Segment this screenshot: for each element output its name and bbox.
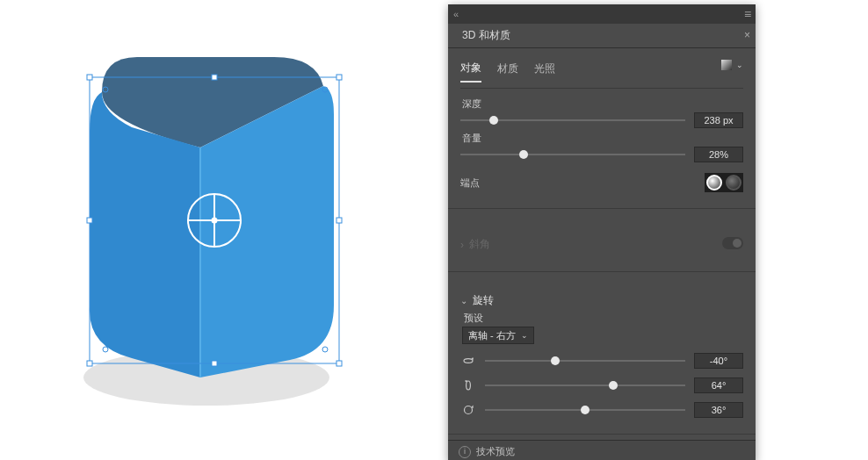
panel-close-icon[interactable]: × xyxy=(744,29,750,41)
rotate-x-value-input[interactable]: -40° xyxy=(694,353,743,369)
panel-title-row: 3D 和材质 × xyxy=(448,24,756,48)
rotate-x-slider[interactable] xyxy=(485,355,685,367)
svg-rect-7 xyxy=(212,361,217,366)
rotation-preset-dropdown[interactable]: 离轴 - 右方 ⌄ xyxy=(462,327,534,344)
bevel-label: 斜角 xyxy=(469,237,490,252)
info-icon[interactable]: i xyxy=(459,446,471,458)
chevron-down-icon: ⌄ xyxy=(460,296,467,305)
svg-rect-17 xyxy=(721,60,732,70)
footer-text: 技术预览 xyxy=(476,445,515,458)
rotation-preset-value: 离轴 - 右方 xyxy=(468,329,516,342)
gradient-icon xyxy=(720,59,733,71)
rotate-z-icon xyxy=(460,402,476,418)
rotation-gizmo[interactable] xyxy=(188,194,241,247)
rotation-group-header[interactable]: ⌄ 旋转 xyxy=(460,286,743,312)
svg-rect-6 xyxy=(87,361,92,366)
svg-rect-8 xyxy=(336,361,342,366)
bevel-toggle[interactable] xyxy=(722,237,743,249)
divider xyxy=(448,271,756,272)
divider xyxy=(448,434,756,435)
panel-title: 3D 和材质 xyxy=(453,23,519,48)
rotate-y-slider[interactable] xyxy=(485,379,685,392)
panel-subtabs: 对象 材质 光照 ⌄ xyxy=(460,54,743,89)
volume-label: 音量 xyxy=(460,132,743,145)
preset-label: 预设 xyxy=(462,312,743,325)
tab-material[interactable]: 材质 xyxy=(497,61,518,82)
endpoint-label: 端点 xyxy=(460,176,480,190)
endpoint-cap-option-a[interactable] xyxy=(706,175,722,190)
depth-value-input[interactable]: 238 px xyxy=(694,112,743,128)
bevel-group-header[interactable]: 斜角 xyxy=(460,230,490,255)
chevron-down-icon: ⌄ xyxy=(521,331,528,340)
divider xyxy=(448,208,756,209)
svg-rect-5 xyxy=(336,218,342,223)
rotate-z-slider[interactable] xyxy=(485,404,685,416)
svg-point-9 xyxy=(103,347,108,352)
tab-lighting[interactable]: 光照 xyxy=(534,61,555,82)
svg-rect-1 xyxy=(87,75,92,80)
tab-object[interactable]: 对象 xyxy=(460,61,481,83)
svg-rect-2 xyxy=(212,75,217,80)
svg-point-16 xyxy=(212,218,218,224)
rotate-y-value-input[interactable]: 64° xyxy=(694,377,743,393)
panel-header-bar: « ≡ xyxy=(448,4,756,24)
svg-point-18 xyxy=(464,359,473,363)
chevron-right-icon xyxy=(460,239,464,251)
rotation-label: 旋转 xyxy=(473,293,494,308)
svg-rect-4 xyxy=(87,218,92,223)
tab-options-icon[interactable]: ⌄ xyxy=(720,59,743,71)
svg-point-20 xyxy=(465,406,473,414)
rotate-x-icon xyxy=(460,353,476,369)
rotate-z-value-input[interactable]: 36° xyxy=(694,402,743,418)
volume-value-input[interactable]: 28% xyxy=(694,147,743,162)
svg-point-10 xyxy=(322,347,328,352)
viewport-canvas[interactable] xyxy=(0,0,448,460)
3d-materials-panel: « ≡ 3D 和材质 × 对象 材质 光照 ⌄ 深度 xyxy=(448,4,756,460)
volume-slider[interactable] xyxy=(460,148,685,161)
depth-slider[interactable] xyxy=(460,114,685,126)
svg-rect-3 xyxy=(336,75,342,80)
rotate-y-icon xyxy=(460,377,476,393)
endpoint-cap-option-b[interactable] xyxy=(726,175,741,190)
panel-collapse-icon[interactable]: « xyxy=(448,9,464,19)
panel-menu-icon[interactable]: ≡ xyxy=(740,7,756,21)
svg-point-19 xyxy=(467,381,471,390)
panel-footer: i 技术预览 xyxy=(448,440,756,460)
depth-label: 深度 xyxy=(460,97,743,111)
